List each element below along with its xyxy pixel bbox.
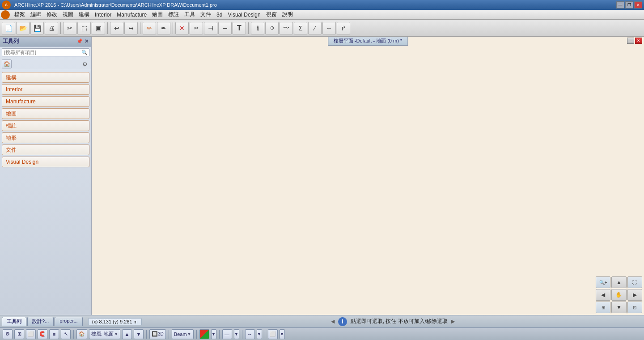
lines-button[interactable]: ≡: [49, 329, 59, 339]
undo-button[interactable]: ↩: [110, 22, 123, 34]
redo-button[interactable]: ↪: [124, 22, 138, 34]
fit-all-button[interactable]: ⛶: [627, 276, 642, 288]
line-dropdown-arrow[interactable]: ▼: [234, 329, 239, 339]
category-drawing[interactable]: 繪圖: [2, 108, 89, 119]
cancel-button[interactable]: ✕: [175, 22, 189, 34]
pan-down-button[interactable]: ▼: [611, 302, 626, 313]
copy-button[interactable]: ⬚: [77, 22, 91, 34]
snap-box-button[interactable]: ⬜: [26, 329, 36, 339]
menu-help[interactable]: 說明: [280, 10, 296, 19]
category-visual-design[interactable]: Visual Design: [2, 157, 89, 167]
menu-3d[interactable]: 3d: [214, 11, 225, 19]
paste-button[interactable]: ▣: [92, 22, 105, 34]
print-button[interactable]: 🖨: [45, 22, 58, 34]
tab-design[interactable]: 設計?...: [27, 317, 54, 326]
menu-window[interactable]: 視窗: [263, 10, 280, 19]
pan-up-button[interactable]: ▲: [611, 276, 626, 288]
canvas-minimize-button[interactable]: —: [627, 38, 634, 44]
slash-button[interactable]: ∕: [308, 22, 322, 34]
menu-draw[interactable]: 繪圖: [149, 10, 165, 19]
menu-bar: 檔案 編輯 修改 視圖 建構 Interior Manufacture 繪圖 標…: [0, 10, 644, 20]
zoom-grid-button[interactable]: ⊞: [596, 302, 610, 313]
toolbox-home-button[interactable]: 🏠: [2, 60, 12, 68]
toolbox-close-icon[interactable]: ✕: [85, 38, 89, 44]
category-document[interactable]: 文件: [2, 144, 89, 155]
canvas-close-button[interactable]: ✕: [635, 38, 642, 44]
toolbox-gear-icon[interactable]: ⚙: [80, 60, 89, 68]
category-manufacture[interactable]: Manufacture: [2, 96, 89, 107]
menu-manufacture[interactable]: Manufacture: [114, 11, 149, 19]
mode-3d-button[interactable]: 🔲 3D: [149, 329, 166, 339]
freehand-button[interactable]: 〜: [280, 22, 293, 34]
color-dropdown-arrow[interactable]: ▼: [211, 329, 216, 339]
window-minimize-button[interactable]: —: [616, 1, 624, 8]
menu-interior[interactable]: Interior: [92, 11, 114, 19]
arrow-button[interactable]: ↔: [245, 329, 255, 339]
add-point-button[interactable]: ⊕: [265, 22, 279, 34]
magnet-button[interactable]: 🧲: [38, 329, 47, 339]
tab-properties[interactable]: proper...: [55, 317, 82, 326]
save-button[interactable]: 💾: [30, 22, 44, 34]
menu-edit[interactable]: 編輯: [28, 10, 44, 19]
shape-dropdown-arrow[interactable]: ▼: [280, 329, 285, 339]
fit-page-button[interactable]: ⊡: [627, 302, 642, 313]
arrow-left-icon: ◀: [331, 319, 335, 324]
search-icon[interactable]: 🔍: [81, 50, 88, 55]
category-construction[interactable]: 建構: [2, 72, 89, 83]
menu-build[interactable]: 建構: [76, 10, 92, 19]
pan-left-button[interactable]: ◀: [596, 289, 610, 301]
step-button[interactable]: ↱: [337, 22, 350, 34]
beam-dropdown[interactable]: Beam ▼: [172, 329, 194, 339]
sum-button[interactable]: Σ: [294, 22, 307, 34]
settings-button[interactable]: ⚙: [3, 329, 13, 339]
toolbar-sep-2: [107, 22, 108, 34]
menu-visual-design[interactable]: Visual Design: [225, 11, 263, 19]
coordinates-display: (x) 8.131 (y) 9.261 m: [88, 318, 142, 325]
grid-button[interactable]: ⊞: [14, 329, 24, 339]
menu-file[interactable]: 檔案: [12, 10, 28, 19]
cursor-button[interactable]: ↖: [61, 329, 71, 339]
canvas-area[interactable]: 樓層平面 -Default - 地面 (0 m) * — ✕ 🔍+ ▲ ⛶ ◀ …: [92, 37, 644, 315]
menu-view[interactable]: 視圖: [60, 10, 76, 19]
shape-button[interactable]: ⬜: [268, 329, 278, 339]
menu-tools[interactable]: 工具: [182, 10, 198, 19]
window-close-button[interactable]: ✕: [634, 1, 642, 8]
app-logo: A: [2, 0, 11, 9]
beam-label: Beam: [174, 332, 187, 337]
category-interior[interactable]: Interior: [2, 84, 89, 95]
text-button[interactable]: T: [233, 22, 246, 34]
back-button[interactable]: ←: [322, 22, 336, 34]
open-button[interactable]: 📂: [16, 22, 30, 34]
window-restore-button[interactable]: ❐: [625, 1, 633, 8]
category-annotation[interactable]: 標註: [2, 120, 89, 131]
canvas-tab: 樓層平面 -Default - 地面 (0 m) *: [328, 37, 408, 46]
toolbox-pin-icon[interactable]: 📌: [76, 38, 83, 44]
color-button[interactable]: [199, 329, 209, 339]
pan-hand-button[interactable]: ✋: [611, 289, 626, 301]
trim-button[interactable]: ✂: [190, 22, 203, 34]
break1-button[interactable]: ⊣: [204, 22, 217, 34]
pencil-button[interactable]: ✏: [143, 22, 156, 34]
info-button[interactable]: ℹ: [251, 22, 264, 34]
floor-dropdown[interactable]: 樓層: 地面 ▼: [89, 329, 120, 339]
floor-up-button[interactable]: ▲: [122, 329, 132, 339]
cut-button[interactable]: ✂: [63, 22, 76, 34]
pen-button[interactable]: ✒: [157, 22, 170, 34]
tab-toolbox[interactable]: 工具列: [2, 317, 26, 326]
search-container: 🔍: [2, 48, 89, 56]
menu-document[interactable]: 文件: [198, 10, 214, 19]
search-input[interactable]: [2, 48, 89, 56]
line-style-button[interactable]: —: [222, 329, 232, 339]
floor-icon: 🏠: [76, 329, 87, 339]
break2-button[interactable]: ⊢: [218, 22, 232, 34]
pan-right-button[interactable]: ▶: [627, 289, 642, 301]
toolbox-header-icons: 📌 ✕: [76, 38, 89, 44]
menu-annotation[interactable]: 標註: [165, 10, 182, 19]
floor-down-button[interactable]: ▼: [134, 329, 144, 339]
floor-dropdown-arrow: ▼: [114, 332, 118, 336]
new-button[interactable]: 📄: [2, 22, 15, 34]
menu-modify[interactable]: 修改: [44, 10, 60, 19]
category-terrain[interactable]: 地形: [2, 132, 89, 143]
arrow-dropdown-arrow[interactable]: ▼: [257, 329, 262, 339]
zoom-in-button[interactable]: 🔍+: [596, 276, 610, 288]
